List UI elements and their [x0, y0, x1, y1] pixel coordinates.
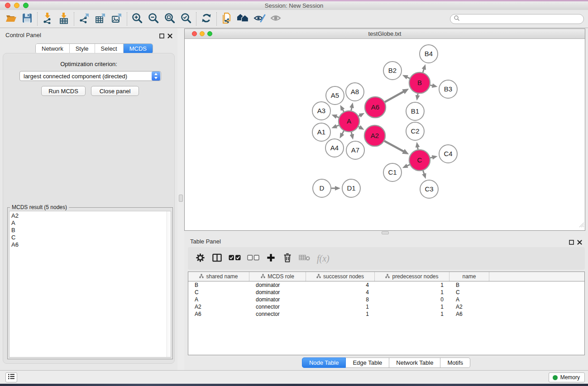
- edge-B-B3[interactable]: [430, 85, 432, 86]
- table-cell[interactable]: A6: [188, 310, 249, 318]
- minimize-window-button[interactable]: [14, 3, 19, 8]
- network-canvas[interactable]: AA1A2A3A4A5A6A7A8BB1B2B3B4CC1C2C3C4DD1: [185, 39, 585, 230]
- node-A5[interactable]: A5: [326, 86, 344, 105]
- table-cell[interactable]: A2: [188, 303, 249, 310]
- mcds-result-item[interactable]: C: [11, 234, 171, 241]
- edge-A-A5[interactable]: [343, 110, 344, 112]
- table-cell[interactable]: A2: [449, 303, 489, 310]
- zoom-window-button[interactable]: [23, 3, 29, 8]
- column-settings-button[interactable]: [195, 251, 206, 266]
- run-mcds-button[interactable]: Run MCDS: [41, 86, 86, 96]
- node-A2[interactable]: A2: [364, 125, 385, 146]
- table-cell[interactable]: B: [188, 281, 249, 289]
- node-A[interactable]: A: [339, 111, 359, 132]
- table-cell[interactable]: 1: [306, 310, 375, 318]
- edge-A-A1[interactable]: [336, 125, 339, 126]
- close-window-button[interactable]: [5, 3, 10, 8]
- zoom-selected-button[interactable]: [178, 11, 194, 27]
- edge-A-A2[interactable]: [359, 127, 360, 128]
- zoom-in-button[interactable]: [129, 11, 145, 27]
- node-C[interactable]: C: [409, 150, 430, 171]
- node-A8[interactable]: A8: [346, 83, 364, 101]
- select-all-columns-button[interactable]: [229, 251, 241, 266]
- edge-A6-B[interactable]: [385, 91, 404, 102]
- edge-A-A7[interactable]: [351, 132, 352, 134]
- tab-style[interactable]: Style: [70, 44, 95, 53]
- network-graph[interactable]: AA1A2A3A4A5A6A7A8BB1B2B3B4CC1C2C3C4DD1: [185, 39, 585, 230]
- window-resize-grip[interactable]: [578, 221, 584, 229]
- export-image-button[interactable]: [109, 11, 125, 27]
- mcds-result-item[interactable]: A: [11, 219, 171, 227]
- table-cell[interactable]: A: [188, 296, 249, 303]
- table-cell[interactable]: 4: [306, 281, 375, 289]
- edge-C-C3[interactable]: [423, 171, 424, 174]
- table-cell[interactable]: 8: [306, 296, 375, 303]
- node-C3[interactable]: C3: [420, 180, 438, 198]
- delete-table-button[interactable]: [299, 251, 311, 266]
- edge-A-A6[interactable]: [359, 115, 360, 116]
- mcds-result-list[interactable]: A2ABCA6: [9, 211, 171, 357]
- table-cell[interactable]: dominator: [249, 281, 306, 289]
- export-network-button[interactable]: [76, 11, 92, 27]
- table-row[interactable]: Bdominator41B: [188, 281, 584, 289]
- column-header-name[interactable]: name: [449, 272, 489, 281]
- edge-B-B1[interactable]: [417, 94, 418, 96]
- tab-motifs[interactable]: Motifs: [440, 357, 470, 368]
- refresh-button[interactable]: [198, 11, 215, 27]
- edge-A-A4[interactable]: [342, 131, 344, 134]
- float-panel-icon[interactable]: [159, 32, 165, 38]
- node-B2[interactable]: B2: [383, 62, 402, 80]
- table-cell[interactable]: 1: [375, 281, 449, 289]
- node-A7[interactable]: A7: [346, 141, 364, 159]
- table-cell[interactable]: B: [449, 281, 489, 289]
- zoom-out-button[interactable]: [145, 11, 162, 27]
- node-D[interactable]: D: [313, 179, 331, 197]
- node-B[interactable]: B: [409, 72, 430, 93]
- node-B1[interactable]: B1: [406, 102, 424, 120]
- edge-C-C1[interactable]: [407, 165, 410, 166]
- column-header-shared-name[interactable]: shared name: [188, 272, 249, 281]
- edge-C-C4[interactable]: [430, 157, 432, 158]
- table-row[interactable]: A2connector11A2: [188, 303, 584, 310]
- node-A6[interactable]: A6: [365, 97, 386, 118]
- table-cell[interactable]: 4: [306, 289, 375, 296]
- tab-node-table[interactable]: Node Table: [302, 357, 346, 368]
- delete-columns-button[interactable]: [282, 251, 292, 266]
- table-cell[interactable]: 1: [306, 303, 375, 310]
- import-network-button[interactable]: [39, 11, 56, 27]
- node-A3[interactable]: A3: [312, 102, 330, 120]
- unselect-all-columns-button[interactable]: [247, 251, 259, 266]
- edge-B-B4[interactable]: [423, 69, 424, 72]
- mcds-result-item[interactable]: A6: [11, 241, 171, 248]
- table-cell[interactable]: 1: [375, 289, 449, 296]
- search-input[interactable]: [460, 16, 583, 22]
- add-column-button[interactable]: [266, 251, 276, 266]
- hide-graphics-details-button[interactable]: [251, 11, 268, 27]
- table-cell[interactable]: dominator: [249, 289, 306, 296]
- table-cell[interactable]: connector: [249, 303, 306, 310]
- edge-A-A8[interactable]: [351, 107, 352, 110]
- show-graphics-details-button[interactable]: [268, 11, 284, 27]
- node-C1[interactable]: C1: [383, 163, 402, 181]
- float-table-panel-icon[interactable]: [569, 238, 574, 244]
- zoom-fit-button[interactable]: [162, 11, 178, 27]
- table-cell[interactable]: C: [188, 289, 249, 296]
- export-table-button[interactable]: [92, 11, 109, 27]
- memory-status-button[interactable]: Memory: [549, 372, 585, 382]
- node-B3[interactable]: B3: [439, 80, 457, 98]
- search-field[interactable]: [450, 14, 584, 24]
- function-builder-button[interactable]: f(x): [317, 251, 330, 266]
- tab-network-table[interactable]: Network Table: [389, 357, 440, 368]
- table-cell[interactable]: C: [449, 289, 489, 296]
- node-table[interactable]: shared nameMCDS rolesuccessor nodesprede…: [188, 272, 585, 355]
- vertical-divider-grip[interactable]: [179, 195, 183, 202]
- result-scrollbar[interactable]: [167, 211, 171, 357]
- column-header-predecessor-nodes[interactable]: predecessor nodes: [375, 272, 449, 281]
- split-panel-button[interactable]: [212, 251, 222, 266]
- table-cell[interactable]: 1: [375, 310, 449, 318]
- table-cell[interactable]: dominator: [249, 296, 306, 303]
- network-close-button[interactable]: [192, 31, 197, 36]
- column-header-successor-nodes[interactable]: successor nodes: [306, 272, 375, 281]
- node-B4[interactable]: B4: [420, 45, 438, 63]
- table-cell[interactable]: A: [449, 296, 489, 303]
